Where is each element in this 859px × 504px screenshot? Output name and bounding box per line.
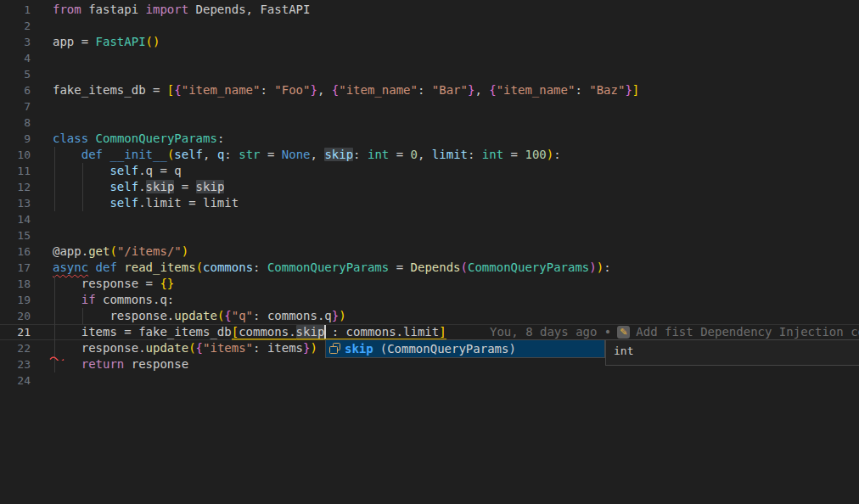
code-text (53, 227, 859, 244)
code-text: fake_items_db = [{"item_name": "Foo"}, {… (53, 82, 859, 98)
line-number: 2 (0, 18, 31, 34)
code-line[interactable]: 19 if commons.q: (0, 292, 859, 308)
code-text: app = FastAPI() (53, 34, 859, 50)
code-text (53, 50, 859, 66)
suggest-item-skip[interactable]: skip (CommonQueryParams) (326, 340, 604, 357)
code-line[interactable]: 9class CommonQueryParams: (0, 131, 859, 147)
code-line[interactable]: 6fake_items_db = [{"item_name": "Foo"}, … (0, 82, 859, 98)
line-number: 11 (0, 163, 31, 179)
code-line[interactable]: 21 items = fake_items_db[commons.skip : … (0, 324, 859, 340)
code-line[interactable]: 16@app.get("/items/") (0, 244, 859, 260)
code-text: async def read_items(commons: CommonQuer… (53, 260, 859, 276)
code-line[interactable]: 7 (0, 98, 859, 115)
code-line[interactable]: 11 self.q = q (0, 163, 859, 179)
line-number: 12 (0, 179, 31, 195)
code-line[interactable]: 4 (0, 50, 859, 66)
code-text: self.q = q (53, 163, 859, 179)
code-text (53, 18, 859, 34)
code-text: self.limit = limit (53, 195, 859, 211)
line-number: 8 (0, 115, 31, 131)
indent-guide (54, 308, 55, 324)
indent-guide (54, 147, 55, 163)
indent-guide (54, 179, 55, 195)
code-line[interactable]: 13 self.limit = limit (0, 195, 859, 211)
indent-guide (54, 292, 55, 308)
suggest-item-detail: (CommonQueryParams) (380, 342, 516, 356)
code-text: response = {} (53, 276, 859, 292)
field-icon (328, 342, 342, 356)
line-number: 4 (0, 50, 31, 66)
suggest-item-label: skip (345, 342, 373, 356)
line-number: 19 (0, 292, 31, 308)
pencil-icon: ✎ (617, 326, 630, 339)
line-number: 21 (0, 324, 31, 340)
code-text (53, 66, 859, 82)
code-text: if commons.q: (53, 292, 859, 308)
code-text: from fastapi import Depends, FastAPI (53, 2, 859, 18)
line-number: 7 (0, 98, 31, 115)
line-number: 3 (0, 34, 31, 50)
code-line[interactable]: 1from fastapi import Depends, FastAPI (0, 2, 859, 18)
line-number: 17 (0, 260, 31, 276)
blame-message: Add fist Dependency Injection co (636, 324, 859, 340)
code-line[interactable]: 2 (0, 18, 859, 34)
suggest-docs-text: int (614, 344, 633, 357)
code-text: response.update({"q": commons.q}) (53, 308, 859, 324)
code-text (53, 115, 859, 131)
suggest-widget: skip (CommonQueryParams) (325, 339, 605, 358)
code-line[interactable]: 17async def read_items(commons: CommonQu… (0, 260, 859, 276)
line-number: 1 (0, 2, 31, 18)
line-number: 22 (0, 340, 31, 356)
line-number: 15 (0, 227, 31, 244)
code-text: def __init__(self, q: str = None, skip: … (53, 147, 859, 163)
code-line[interactable]: 14 (0, 211, 859, 227)
code-line[interactable]: 12 self.skip = skip (0, 179, 859, 195)
indent-guide (82, 179, 83, 195)
git-blame-annotation[interactable]: You, 8 days ago •✎Add fist Dependency In… (490, 324, 859, 340)
blame-author: You, 8 days ago • (490, 324, 611, 340)
line-number: 23 (0, 356, 31, 372)
line-number: 14 (0, 211, 31, 227)
indent-guide (54, 163, 55, 179)
code-text: self.skip = skip (53, 179, 859, 195)
code-text: @app.get("/items/") (53, 244, 859, 260)
code-line[interactable]: 5 (0, 66, 859, 82)
indent-guide (82, 308, 83, 324)
code-line[interactable]: 10 def __init__(self, q: str = None, ski… (0, 147, 859, 163)
code-editor[interactable]: 1from fastapi import Depends, FastAPI23a… (0, 0, 859, 389)
indent-guide (82, 195, 83, 211)
line-number: 18 (0, 276, 31, 292)
indent-guide (54, 276, 55, 292)
code-line[interactable]: 15 (0, 227, 859, 244)
code-text (53, 98, 859, 115)
line-number: 6 (0, 82, 31, 98)
code-line[interactable]: 24 (0, 372, 859, 389)
code-line[interactable]: 20 response.update({"q": commons.q}) (0, 308, 859, 324)
line-number: 9 (0, 131, 31, 147)
indent-guide (82, 163, 83, 179)
line-number: 20 (0, 308, 31, 324)
line-number: 16 (0, 244, 31, 260)
line-number: 13 (0, 195, 31, 211)
code-line[interactable]: 3app = FastAPI() (0, 34, 859, 50)
code-line[interactable]: 8 (0, 115, 859, 131)
line-number: 24 (0, 372, 31, 389)
code-line[interactable]: 18 response = {} (0, 276, 859, 292)
code-text: items = fake_items_db[commons.skip : com… (53, 324, 859, 340)
code-editor-window: 1from fastapi import Depends, FastAPI23a… (0, 0, 859, 504)
text-cursor (324, 325, 326, 339)
suggest-docs-panel: int (605, 339, 859, 366)
line-number: 10 (0, 147, 31, 163)
code-text (53, 372, 859, 389)
code-text: class CommonQueryParams: (53, 131, 859, 147)
line-number: 5 (0, 66, 31, 82)
error-squiggle-mark (49, 348, 66, 364)
indent-guide (54, 324, 55, 340)
indent-guide (54, 195, 55, 211)
code-text (53, 211, 859, 227)
